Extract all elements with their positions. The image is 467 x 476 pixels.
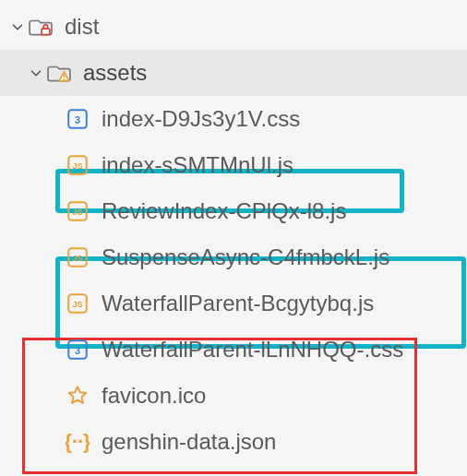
js-icon bbox=[65, 291, 90, 316]
js-icon bbox=[65, 198, 90, 224]
tree-item-file[interactable]: index-D9Js3y1V.css bbox=[0, 96, 467, 142]
tree-item-label: index-sSMTMnUl.js bbox=[102, 152, 293, 178]
tree-item-dist[interactable]: dist bbox=[0, 4, 467, 50]
css-icon bbox=[65, 106, 90, 132]
js-icon bbox=[65, 244, 90, 270]
tree-item-label: SuspenseAsync-C4fmbckL.js bbox=[102, 244, 389, 270]
star-icon bbox=[65, 383, 90, 409]
tree-item-file[interactable]: SuspenseAsync-C4fmbckL.js bbox=[0, 234, 467, 280]
tree-item-label: WaterfallParent-Bcgytybq.js bbox=[102, 291, 374, 316]
tree-item-label: dist bbox=[65, 14, 99, 40]
tree-item-file[interactable]: index.html bbox=[0, 465, 467, 476]
tree-item-file[interactable]: index-sSMTMnUl.js bbox=[0, 142, 467, 188]
tree-item-label: ReviewIndex-CPlQx-l8.js bbox=[102, 198, 346, 224]
tree-item-file[interactable]: ReviewIndex-CPlQx-l8.js bbox=[0, 188, 467, 234]
js-icon bbox=[65, 152, 90, 178]
tree-item-file[interactable]: favicon.ico bbox=[0, 373, 467, 419]
tree-item-label: index-D9Js3y1V.css bbox=[102, 106, 300, 132]
file-tree: dist assets index-D9Js3y1V.css index-sSM… bbox=[0, 0, 467, 476]
tree-item-file[interactable]: WaterfallParent-Bcgytybq.js bbox=[0, 280, 467, 327]
folder-warn-icon bbox=[46, 60, 72, 86]
tree-item-label: favicon.ico bbox=[102, 383, 206, 409]
css-icon bbox=[65, 337, 90, 363]
chevron-down-icon bbox=[7, 17, 28, 37]
json-icon bbox=[65, 429, 90, 455]
chevron-down-icon bbox=[26, 63, 46, 83]
tree-item-file[interactable]: WaterfallParent-lLnNHQQ-.css bbox=[0, 327, 467, 373]
folder-locked-icon bbox=[28, 14, 54, 40]
tree-item-label: WaterfallParent-lLnNHQQ-.css bbox=[102, 337, 403, 363]
tree-item-label: genshin-data.json bbox=[102, 429, 276, 455]
tree-item-label: assets bbox=[83, 60, 147, 86]
tree-item-assets[interactable]: assets bbox=[0, 50, 467, 96]
tree-item-file[interactable]: genshin-data.json bbox=[0, 419, 467, 465]
